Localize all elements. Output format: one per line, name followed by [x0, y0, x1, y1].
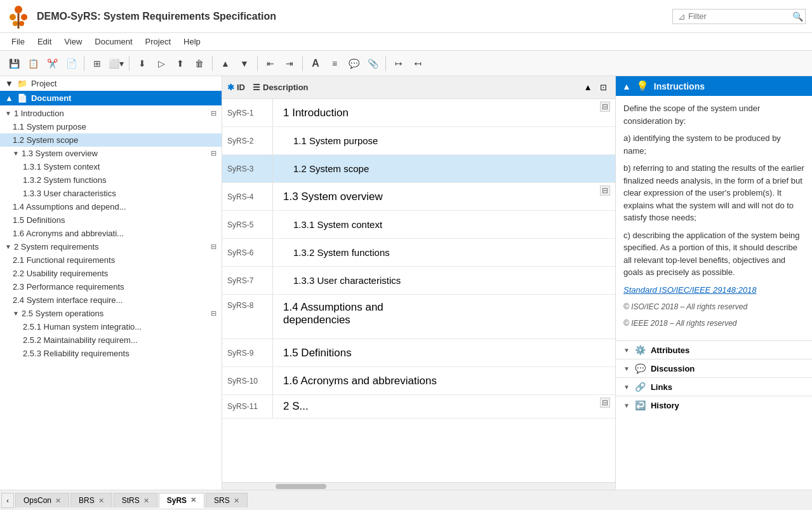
collapse-btn[interactable]: ⊟ — [211, 149, 216, 158]
attributes-label: Attributes — [651, 346, 689, 355]
move-up-btn[interactable]: ⬆ — [171, 55, 189, 72]
right-panel: ▲ 💡 Instructions Define the scope of the… — [615, 76, 812, 490]
insert-btn[interactable]: ⊞ — [88, 55, 106, 72]
down-btn[interactable]: ▼ — [236, 55, 253, 72]
export-btn[interactable]: ↦ — [390, 55, 408, 72]
content-row-sysrs10[interactable]: SyRS-10 1.6 Acronyms and abbreviations — [222, 367, 615, 395]
tree-item-perf-reqs[interactable]: 2.3 Performance requirements — [0, 280, 222, 293]
content-row-sysrs3[interactable]: SyRS-3 1.2 System scope — [222, 155, 615, 183]
cut-btn[interactable]: ✂️ — [43, 55, 61, 72]
tree-item-usability-reqs[interactable]: 2.2 Usability requirements — [0, 267, 222, 280]
close-icon[interactable]: ✕ — [55, 497, 61, 505]
indent-left-btn[interactable]: ⇤ — [262, 55, 279, 72]
content-row-sysrs8[interactable]: SyRS-8 1.4 Assumptions and dependencies — [222, 295, 615, 339]
menu-view[interactable]: View — [59, 36, 87, 48]
content-row-sysrs9[interactable]: SyRS-9 1.5 Definitions — [222, 339, 615, 367]
tab-scroll-left[interactable]: ‹ — [1, 493, 14, 508]
collapse-icon[interactable]: ⊟ — [600, 102, 610, 112]
tree-item-sys-functions[interactable]: 1.3.2 System functions — [0, 173, 222, 187]
tree-item-sys-ops[interactable]: ▼ 2.5 System operations ⊟ — [0, 307, 222, 320]
collapse-btn[interactable]: ⊟ — [211, 243, 216, 251]
expand-icon: ▼ — [13, 150, 19, 157]
content-row-sysrs5[interactable]: SyRS-5 1.3.1 System context — [222, 211, 615, 239]
indent-right-btn[interactable]: ⇥ — [281, 55, 298, 72]
content-row-sysrs6[interactable]: SyRS-6 1.3.2 System functions — [222, 239, 615, 267]
delete-btn[interactable]: ⬜▾ — [107, 55, 125, 72]
row-collapse[interactable]: ⊟ — [595, 395, 615, 418]
tree-item-definitions[interactable]: 1.5 Definitions — [0, 213, 222, 227]
tree-item-acronyms[interactable]: 1.6 Acronyms and abbreviati... — [0, 227, 222, 240]
scroll-thumb[interactable] — [276, 484, 326, 489]
content-row-sysrs11[interactable]: SyRS-11 2 S... ⊟ — [222, 395, 615, 419]
row-id: SyRS-7 — [222, 267, 273, 294]
content-row-sysrs1[interactable]: SyRS-1 1 Introduction ⊟ — [222, 99, 615, 127]
tree-item-sys-purpose[interactable]: 1.1 System purpose — [0, 120, 222, 133]
tree-item-func-reqs[interactable]: 2.1 Functional requirements — [0, 253, 222, 267]
expand-panel-btn[interactable]: ⊡ — [596, 81, 610, 95]
section-discussion[interactable]: ▼ 💬 Discussion — [616, 359, 812, 377]
row-desc: 1.3 System overview — [273, 183, 595, 210]
instructions-content: Define the scope of the system under con… — [616, 96, 812, 490]
row-id: SyRS-9 — [222, 339, 273, 366]
tab-label: BRS — [79, 496, 95, 505]
row-collapse[interactable]: ⊟ — [595, 183, 615, 210]
trash-btn[interactable]: 🗑 — [190, 55, 208, 72]
tab-opscon[interactable]: OpsCon ✕ — [15, 493, 69, 507]
tree-item-sys-scope[interactable]: 1.2 System scope — [0, 133, 222, 147]
up-btn[interactable]: ▲ — [216, 55, 234, 72]
menu-edit[interactable]: Edit — [32, 36, 57, 48]
filter-input[interactable] — [688, 11, 790, 21]
paste-btn[interactable]: 📄 — [62, 55, 80, 72]
menu-project[interactable]: Project — [140, 36, 176, 48]
content-row-sysrs7[interactable]: SyRS-7 1.3.3 User characteristics — [222, 267, 615, 295]
menu-bar: File Edit View Document Project Help — [0, 33, 812, 51]
play-btn[interactable]: ▷ — [152, 55, 170, 72]
row-collapse[interactable]: ⊟ — [595, 99, 615, 126]
close-icon[interactable]: ✕ — [143, 497, 149, 505]
tab-strs[interactable]: StRS ✕ — [114, 493, 157, 507]
comment-btn[interactable]: 💬 — [345, 55, 363, 72]
filter-area[interactable]: ⊿ 🔍 — [672, 9, 806, 24]
copy-btn[interactable]: 📋 — [24, 55, 42, 72]
section-links[interactable]: ▼ 🔗 Links — [616, 377, 812, 396]
save-btn[interactable]: 💾 — [5, 55, 23, 72]
collapse-icon[interactable]: ⊟ — [600, 185, 610, 196]
content-row-sysrs2[interactable]: SyRS-2 1.1 System purpose — [222, 127, 615, 155]
tree-item-iface-reqs[interactable]: 2.4 System interface require... — [0, 293, 222, 307]
close-icon[interactable]: ✕ — [190, 496, 196, 504]
tree-item-assumptions[interactable]: 1.4 Assumptions and depend... — [0, 200, 222, 213]
section-history[interactable]: ▼ ↩️ History — [616, 396, 812, 414]
tree-item-human-sys[interactable]: 2.5.1 Human system integratio... — [0, 320, 222, 333]
collapse-icon[interactable]: ⊟ — [600, 398, 610, 408]
font-btn[interactable]: A — [307, 55, 324, 72]
collapse-btn[interactable]: ⊟ — [211, 109, 216, 117]
move-down-btn[interactable]: ⬇ — [133, 55, 151, 72]
tree-item-user-chars[interactable]: 1.3.3 User characteristics — [0, 187, 222, 200]
scroll-up-btn[interactable]: ▲ — [581, 81, 595, 95]
menu-file[interactable]: File — [6, 36, 30, 48]
collapse-btn[interactable]: ⊟ — [211, 309, 216, 318]
close-icon[interactable]: ✕ — [98, 497, 104, 505]
align-btn[interactable]: ≡ — [326, 55, 343, 72]
tab-brs[interactable]: BRS ✕ — [70, 493, 112, 507]
attach-btn[interactable]: 📎 — [364, 55, 382, 72]
tab-syrs[interactable]: SyRS ✕ — [159, 493, 204, 508]
menu-help[interactable]: Help — [178, 36, 206, 48]
tree-item-sys-reqs[interactable]: ▼ 2 System requirements ⊟ — [0, 240, 222, 253]
tree-item-sys-context[interactable]: 1.3.1 System context — [0, 160, 222, 173]
main-area: ▼ 📁 Project ▲ 📄 Document ▼ 1 Introductio… — [0, 76, 812, 490]
tree-label: 1.2 System scope — [13, 135, 78, 145]
tree-item-maint-reqs[interactable]: 2.5.2 Maintainability requirem... — [0, 333, 222, 347]
standard-link[interactable]: Standard ISO/IEC/IEEE 29148:2018 — [623, 285, 757, 295]
section-attributes[interactable]: ▼ ⚙️ Attributes — [616, 340, 812, 359]
sidebar-document[interactable]: ▲ 📄 Document — [0, 91, 222, 105]
import-btn[interactable]: ↦ — [409, 55, 427, 72]
tab-srs[interactable]: SRS ✕ — [206, 493, 248, 507]
content-row-sysrs4[interactable]: SyRS-4 1.3 System overview ⊟ — [222, 183, 615, 211]
tree-item-intro[interactable]: ▼ 1 Introduction ⊟ — [0, 107, 222, 120]
sidebar-project[interactable]: ▼ 📁 Project — [0, 76, 222, 91]
tree-item-sys-overview[interactable]: ▼ 1.3 System overview ⊟ — [0, 147, 222, 160]
close-icon[interactable]: ✕ — [234, 497, 239, 505]
tree-item-rel-reqs[interactable]: 2.5.3 Reliability requirements — [0, 347, 222, 360]
menu-document[interactable]: Document — [90, 36, 137, 48]
